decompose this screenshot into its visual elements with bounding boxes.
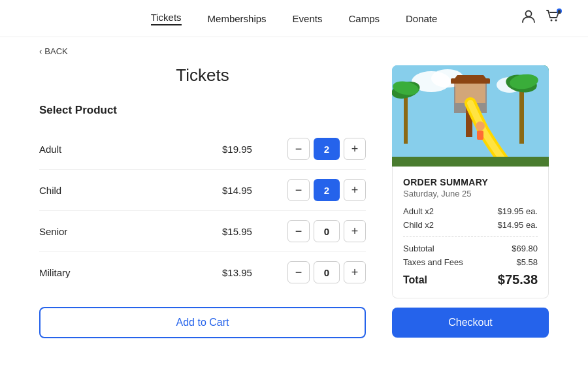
hero-image	[392, 65, 549, 167]
qty-control-child: − 2 +	[287, 179, 366, 201]
svg-rect-23	[392, 157, 549, 167]
ticket-price-military: $13.95	[222, 267, 274, 278]
order-divider	[403, 236, 538, 237]
order-subtotal: Subtotal $69.80	[403, 244, 538, 253]
total-label: Total	[403, 274, 427, 286]
account-icon[interactable]	[520, 8, 537, 29]
svg-rect-21	[477, 131, 483, 140]
add-to-cart-button[interactable]: Add to Cart	[39, 307, 366, 338]
ticket-name-military: Military	[39, 267, 105, 278]
total-value: $75.38	[498, 272, 538, 287]
order-total-row: Total $75.38	[403, 272, 538, 287]
qty-decrease-child[interactable]: −	[287, 179, 310, 201]
ticket-price-senior: $15.95	[222, 226, 274, 237]
order-child-value: $14.95 ea.	[498, 220, 538, 230]
subtotal-label: Subtotal	[403, 244, 434, 253]
svg-point-1	[551, 20, 553, 22]
checkout-button[interactable]: Checkout	[392, 308, 549, 338]
left-panel: Tickets Select Product Adult $19.95 − 2 …	[39, 65, 366, 338]
ticket-price-adult: $19.95	[222, 144, 274, 155]
qty-value-adult: 2	[314, 138, 340, 160]
ticket-row-military: Military $13.95 − 0 +	[39, 252, 366, 293]
taxes-label: Taxes and Fees	[403, 257, 463, 267]
right-panel: ORDER SUMMARY Saturday, June 25 Adult x2…	[392, 65, 549, 338]
order-adult-label: Adult x2	[403, 206, 434, 216]
order-taxes: Taxes and Fees $5.58	[403, 257, 538, 267]
svg-rect-12	[519, 85, 524, 144]
qty-decrease-adult[interactable]: −	[287, 138, 310, 160]
order-line-child: Child x2 $14.95 ea.	[403, 220, 538, 230]
order-card: ORDER SUMMARY Saturday, June 25 Adult x2…	[392, 167, 549, 298]
qty-control-military: − 0 +	[287, 261, 366, 283]
nav-camps[interactable]: Camps	[348, 13, 380, 24]
ticket-row-senior: Senior $15.95 − 0 +	[39, 211, 366, 252]
order-adult-value: $19.95 ea.	[498, 206, 538, 216]
svg-point-20	[476, 121, 485, 131]
back-chevron: ‹	[39, 46, 42, 56]
svg-marker-18	[451, 75, 490, 84]
ticket-name-child: Child	[39, 185, 105, 196]
qty-value-senior: 0	[314, 220, 340, 242]
back-row: ‹ BACK	[0, 37, 588, 65]
ticket-row-child: Child $14.95 − 2 +	[39, 170, 366, 211]
main-content: Tickets Select Product Adult $19.95 − 2 …	[0, 65, 588, 338]
order-child-label: Child x2	[403, 220, 434, 230]
nav-donate[interactable]: Donate	[406, 13, 437, 24]
main-nav: Tickets Memberships Events Camps Donate …	[0, 0, 588, 37]
qty-value-military: 0	[314, 261, 340, 283]
ticket-price-child: $14.95	[222, 185, 274, 196]
qty-decrease-senior[interactable]: −	[287, 220, 310, 242]
qty-control-adult: − 2 +	[287, 138, 366, 160]
nav-memberships[interactable]: Memberships	[208, 13, 267, 24]
subtotal-value: $69.80	[512, 244, 538, 253]
back-button[interactable]: ‹ BACK	[39, 46, 68, 56]
qty-control-senior: − 0 +	[287, 220, 366, 242]
nav-events[interactable]: Events	[293, 13, 323, 24]
qty-increase-child[interactable]: +	[344, 179, 366, 201]
taxes-value: $5.58	[516, 257, 538, 267]
ticket-row-adult: Adult $19.95 − 2 +	[39, 129, 366, 170]
svg-text:2: 2	[559, 10, 561, 14]
ticket-name-adult: Adult	[39, 144, 105, 155]
qty-decrease-military[interactable]: −	[287, 261, 310, 283]
section-label: Select Product	[39, 104, 366, 117]
ticket-name-senior: Senior	[39, 226, 105, 237]
back-label: BACK	[44, 46, 67, 56]
qty-value-child: 2	[314, 179, 340, 201]
qty-increase-military[interactable]: +	[344, 261, 366, 283]
cart-icon[interactable]: 2	[545, 8, 562, 29]
qty-increase-adult[interactable]: +	[344, 138, 366, 160]
svg-point-2	[555, 20, 557, 22]
nav-tickets[interactable]: Tickets	[151, 12, 182, 25]
order-line-adult: Adult x2 $19.95 ea.	[403, 206, 538, 216]
svg-rect-9	[404, 91, 408, 144]
nav-icons: 2	[520, 8, 562, 29]
order-date: Saturday, June 25	[403, 189, 538, 199]
qty-increase-senior[interactable]: +	[344, 220, 366, 242]
order-title: ORDER SUMMARY	[403, 177, 538, 187]
page-title: Tickets	[39, 65, 366, 86]
svg-point-0	[526, 11, 532, 17]
